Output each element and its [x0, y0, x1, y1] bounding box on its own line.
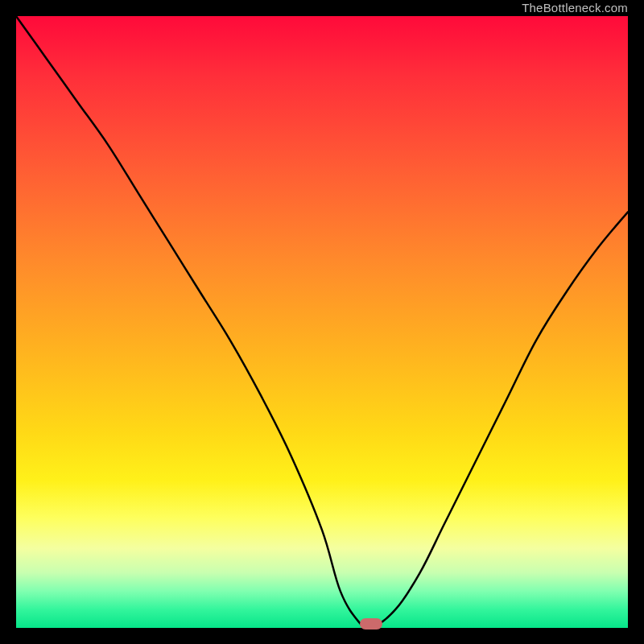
bottleneck-curve: [16, 16, 628, 628]
attribution-label: TheBottleneck.com: [522, 0, 628, 16]
minimum-marker: [360, 618, 382, 630]
plot-area: [16, 16, 628, 628]
chart-frame: TheBottleneck.com: [0, 0, 644, 644]
